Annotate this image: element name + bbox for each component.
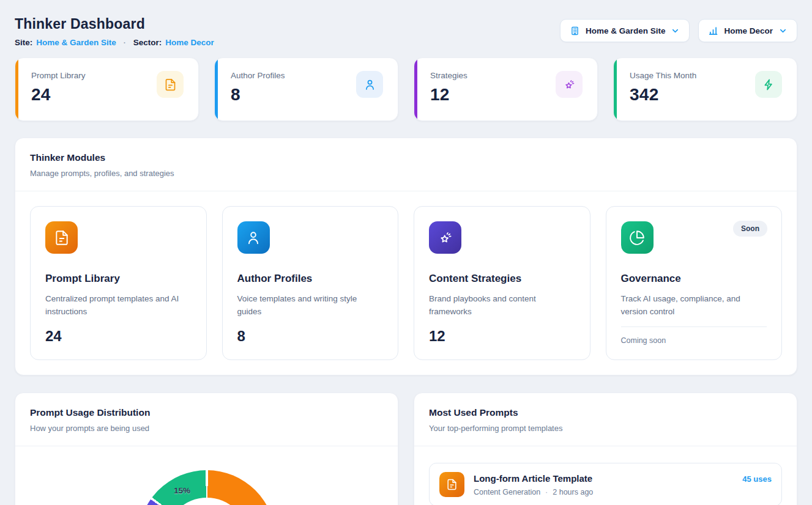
prompt-uses-count: 45 uses <box>742 474 772 484</box>
module-card-governance[interactable]: Soon Governance Track AI usage, complian… <box>606 206 783 360</box>
module-description: Track AI usage, compliance, and version … <box>621 293 767 319</box>
sector-link[interactable]: Home Decor <box>165 38 214 47</box>
divider <box>15 446 398 446</box>
module-count: 8 <box>237 328 384 345</box>
stat-text: Usage This Month 342 <box>630 71 696 120</box>
module-title: Prompt Library <box>45 273 192 285</box>
accent-bar <box>614 58 617 120</box>
header-left: Thinker Dashboard Site: Home & Garden Si… <box>15 16 214 47</box>
stat-cards-row: Prompt Library 24 Author Profiles 8 Stra… <box>15 57 797 121</box>
usage-panel-title: Prompt Usage Distribution <box>30 407 383 418</box>
stat-label: Prompt Library <box>31 71 86 80</box>
module-description: Voice templates and writing style guides <box>237 293 384 319</box>
prompt-list: Long-form Article Template Content Gener… <box>414 446 797 505</box>
separator-dot: · <box>545 488 548 496</box>
prompt-category: Content Generation <box>474 488 540 496</box>
page-title: Thinker Dashboard <box>15 16 214 32</box>
donut-chart: 15% <box>138 470 275 505</box>
thinker-modules-panel: Thinker Modules Manage prompts, profiles… <box>15 138 797 375</box>
header-selectors: Home & Garden Site Home Decor <box>560 19 797 42</box>
stat-card-prompt-library: Prompt Library 24 <box>15 57 199 121</box>
most-used-panel-subtitle: Your top-performing prompt templates <box>429 424 782 433</box>
prompt-list-item[interactable]: Long-form Article Template Content Gener… <box>429 463 782 505</box>
module-count: 24 <box>45 328 192 345</box>
stat-text: Prompt Library 24 <box>31 71 86 120</box>
stat-text: Strategies 12 <box>430 71 467 120</box>
accent-bar <box>15 58 18 120</box>
accent-bar <box>215 58 218 120</box>
dashboard-page: Thinker Dashboard Site: Home & Garden Si… <box>0 0 812 505</box>
sparkle-star-icon <box>556 71 583 98</box>
module-footer: Coming soon <box>621 336 767 345</box>
site-selector-label: Home & Garden Site <box>586 26 666 35</box>
modules-panel-header: Thinker Modules Manage prompts, profiles… <box>15 138 797 191</box>
prompt-title: Long-form Article Template <box>474 473 733 484</box>
user-icon <box>356 71 383 98</box>
stat-value: 342 <box>630 85 696 105</box>
sector-selector-dropdown[interactable]: Home Decor <box>698 19 797 42</box>
user-icon <box>237 221 270 254</box>
usage-panel-header: Prompt Usage Distribution How your promp… <box>15 393 398 446</box>
stat-label: Strategies <box>430 71 467 80</box>
zap-icon <box>755 71 782 98</box>
modules-grid: Prompt Library Centralized prompt templa… <box>15 191 797 375</box>
document-icon <box>439 472 464 497</box>
building-icon <box>570 26 580 36</box>
donut-segment-label: 15% <box>174 486 190 495</box>
accent-bar <box>414 58 417 120</box>
divider <box>621 326 767 327</box>
stat-card-usage: Usage This Month 342 <box>613 57 797 121</box>
module-title: Governance <box>621 273 767 285</box>
site-label: Site: <box>15 38 32 47</box>
prompt-time: 2 hours ago <box>553 488 593 496</box>
bar-chart-icon <box>708 26 718 36</box>
modules-panel-subtitle: Manage prompts, profiles, and strategies <box>30 169 782 178</box>
most-used-panel-header: Most Used Prompts Your top-performing pr… <box>414 393 797 446</box>
stat-card-strategies: Strategies 12 <box>414 57 598 121</box>
stat-value: 8 <box>231 85 285 105</box>
modules-panel-title: Thinker Modules <box>30 152 782 163</box>
breadcrumb: Site: Home & Garden Site · Sector: Home … <box>15 38 214 47</box>
usage-distribution-panel: Prompt Usage Distribution How your promp… <box>15 393 398 505</box>
document-icon <box>45 221 78 254</box>
chevron-down-icon <box>671 26 680 35</box>
most-used-prompts-panel: Most Used Prompts Your top-performing pr… <box>414 393 797 505</box>
site-selector-dropdown[interactable]: Home & Garden Site <box>560 19 690 42</box>
donut-chart-area: 15% <box>15 470 398 505</box>
module-description: Brand playbooks and content frameworks <box>429 293 575 319</box>
pie-chart-icon <box>621 221 654 254</box>
stat-label: Author Profiles <box>231 71 285 80</box>
document-icon <box>157 71 184 98</box>
prompt-info: Long-form Article Template Content Gener… <box>474 473 733 496</box>
module-card-prompt-library[interactable]: Prompt Library Centralized prompt templa… <box>30 206 207 360</box>
module-description: Centralized prompt templates and AI inst… <box>45 293 192 319</box>
sector-selector-label: Home Decor <box>724 26 773 35</box>
module-card-author-profiles[interactable]: Author Profiles Voice templates and writ… <box>222 206 399 360</box>
stat-text: Author Profiles 8 <box>231 71 285 120</box>
stat-value: 12 <box>430 85 467 105</box>
separator-dot: · <box>120 39 130 47</box>
module-count: 12 <box>429 328 575 345</box>
module-title: Content Strategies <box>429 273 575 285</box>
module-card-content-strategies[interactable]: Content Strategies Brand playbooks and c… <box>414 206 590 360</box>
sector-label: Sector: <box>133 38 162 47</box>
stat-card-author-profiles: Author Profiles 8 <box>214 57 398 121</box>
sparkle-star-icon <box>429 221 461 254</box>
prompt-meta: Content Generation · 2 hours ago <box>474 488 733 496</box>
soon-badge: Soon <box>733 221 767 237</box>
chevron-down-icon <box>778 26 788 35</box>
site-link[interactable]: Home & Garden Site <box>36 38 116 47</box>
page-header: Thinker Dashboard Site: Home & Garden Si… <box>15 16 797 47</box>
bottom-row: Prompt Usage Distribution How your promp… <box>15 393 797 505</box>
most-used-panel-title: Most Used Prompts <box>429 407 782 418</box>
stat-value: 24 <box>31 85 86 105</box>
module-title: Author Profiles <box>237 273 384 285</box>
stat-label: Usage This Month <box>630 71 696 80</box>
usage-panel-subtitle: How your prompts are being used <box>30 424 383 433</box>
